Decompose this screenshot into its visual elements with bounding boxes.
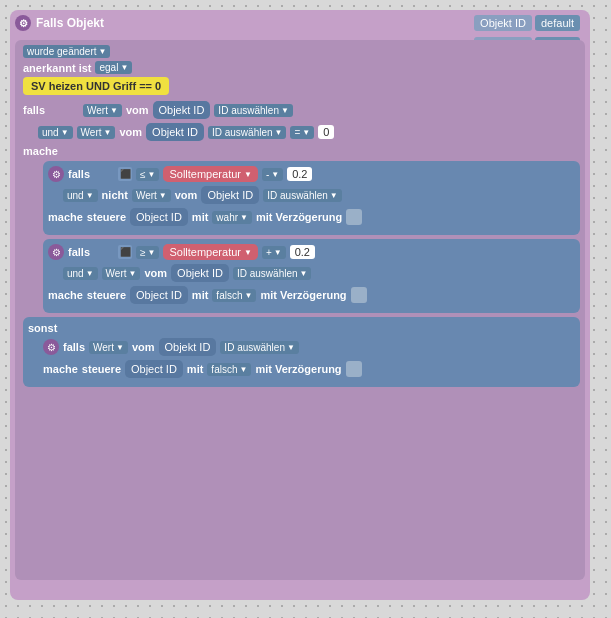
objekt-id-text-3: Objekt ID [207,189,253,201]
wahr-dd[interactable]: wahr [212,211,252,224]
objekt-id-text-4: Objekt ID [177,267,223,279]
wert-dd-3[interactable]: Wert [132,189,171,202]
falls-label-1: falls [23,104,45,116]
wert-dd-4[interactable]: Wert [102,267,141,280]
id-auswaehlen-dd-4[interactable]: ID auswählen [233,267,312,280]
falls-objekt-block: ⚙ Falls Objekt Objekt ID default Objekt … [10,10,590,600]
equals-dd[interactable]: = [290,126,314,139]
sonst-falls-row: ⚙ falls Wert vom Objekt ID ID auswählen [43,338,575,356]
gear-icon-2[interactable]: ⚙ [48,166,64,182]
mache-label-row: mache [23,145,580,157]
inner-mache-label-1: mache [48,211,83,223]
wert-dd-5[interactable]: Wert [89,341,128,354]
vom-label-5: vom [132,341,155,353]
und-row-1: und Wert vom Objekt ID ID auswählen = 0 [38,123,580,141]
plus-dd[interactable]: + [262,246,286,259]
anerkannt-label: anerkannt ist [23,62,91,74]
falls-row-1: falls Wert vom Objekt ID ID auswählen [23,101,580,119]
anerkannt-row: anerkannt ist egal [23,61,580,74]
steuere-label-3: steuere [82,363,121,375]
inner-falls-label-2: falls [68,246,90,258]
zero-value[interactable]: 0 [318,125,334,139]
objekt-id-value-1[interactable]: default [535,15,580,31]
id-auswaehlen-dd-2[interactable]: ID auswählen [208,126,287,139]
vom-label-3: vom [175,189,198,201]
steuere-label-1: steuere [87,211,126,223]
val-02-2[interactable]: 0.2 [290,245,315,259]
mit-label-3: mit [187,363,204,375]
verzoegerung-toggle-1[interactable] [346,209,362,225]
verzoegerung-toggle-3[interactable] [346,361,362,377]
und-nicht-row: und nicht Wert vom Objekt ID ID auswähle… [63,186,575,204]
inner-mache-row-2: mache steuere Object ID mit falsch mit V… [48,286,575,304]
und-dd-3[interactable]: und [63,267,98,280]
inner-falls-label-1: falls [68,168,90,180]
gear-icon-4[interactable]: ⚙ [43,339,59,355]
objekt-id-inline-5: Objekt ID [159,338,217,356]
und-wert-row-2: und Wert vom Objekt ID ID auswählen [63,264,575,282]
objekt-id-inline-2: Objekt ID [146,123,204,141]
nicht-label: nicht [102,189,128,201]
sonst-block: sonst ⚙ falls Wert vom Objekt ID ID ausw… [23,317,580,387]
vom-label-1: vom [126,104,149,116]
inner-mache-label-2: mache [48,289,83,301]
falls-objekt-title: Falls Objekt [36,16,104,30]
mit-verzoegerung-label-2: mit Verzögerung [260,289,346,301]
inner-falls-row-1: ⚙ falls ⬛ ≤ Solltemperatur ▼ - 0.2 [48,166,575,182]
verzoegerung-toggle-2[interactable] [351,287,367,303]
object-id-label-2: Object ID [136,289,182,301]
objekt-id-text-5: Objekt ID [165,341,211,353]
yellow-condition-block: SV heizen UND Griff == 0 [23,77,169,95]
mit-verzoegerung-label-1: mit Verzögerung [256,211,342,223]
sonst-falls-label: falls [63,341,85,353]
mit-verzoegerung-label-3: mit Verzögerung [255,363,341,375]
wurde-dropdown[interactable]: wurde geändert [23,45,110,58]
objekt-id-text-2: Objekt ID [152,126,198,138]
gear-icon[interactable]: ⚙ [15,15,31,31]
canvas: ⚙ Falls Objekt Objekt ID default Objekt … [0,0,611,618]
falsch-dd-2[interactable]: falsch [207,363,251,376]
le-dd[interactable]: ≤ [136,168,159,181]
objekt-id-inline-4: Objekt ID [171,264,229,282]
nested-falls-2: ⚙ falls ⬛ ≥ Solltemperatur ▼ + 0.2 und W… [43,239,580,313]
wert-dd-2[interactable]: Wert [77,126,116,139]
mit-label-2: mit [192,289,209,301]
und-dd-2[interactable]: und [63,189,98,202]
ge-dd[interactable]: ≥ [136,246,159,259]
sonst-header-row: sonst [28,322,575,334]
object-id-steuere-2: Object ID [130,286,188,304]
objekt-id-label-1: Objekt ID [474,15,532,31]
solltemperatur-dd-2[interactable]: Solltemperatur ▼ [163,244,257,260]
gear-icon-3[interactable]: ⚙ [48,244,64,260]
falsch-dd-1[interactable]: falsch [212,289,256,302]
inner-falls-row-2: ⚙ falls ⬛ ≥ Solltemperatur ▼ + 0.2 [48,244,575,260]
object-id-label-1: Object ID [136,211,182,223]
id-auswaehlen-dd-5[interactable]: ID auswählen [220,341,299,354]
id-auswaehlen-dd-3[interactable]: ID auswählen [263,189,342,202]
vom-label-4: vom [144,267,167,279]
connector-1: ⬛ [118,167,132,181]
object-id-steuere-3: Object ID [125,360,183,378]
sonst-mache-label: mache [43,363,78,375]
solltemperatur-dd-1[interactable]: Solltemperatur ▼ [163,166,257,182]
object-id-steuere-1: Object ID [130,208,188,226]
mache-label-1: mache [23,145,58,157]
content-area: wurde geändert anerkannt ist egal SV hei… [15,40,585,580]
minus-dd[interactable]: - [262,168,283,181]
connector-2: ⬛ [118,245,132,259]
mit-label-1: mit [192,211,209,223]
und-dd-1[interactable]: und [38,126,73,139]
falls-objekt-header: ⚙ Falls Objekt [15,15,104,31]
wurde-row: wurde geändert [23,45,580,58]
wert-dd-1[interactable]: Wert [83,104,122,117]
sonst-label: sonst [28,322,57,334]
objekt-id-row-1: Objekt ID default [474,15,580,31]
objekt-id-text-1: Objekt ID [159,104,205,116]
steuere-label-2: steuere [87,289,126,301]
objekt-id-inline-1: Objekt ID [153,101,211,119]
val-02-1[interactable]: 0.2 [287,167,312,181]
sonst-mache-row: mache steuere Object ID mit falsch mit V… [43,360,575,378]
object-id-label-3: Object ID [131,363,177,375]
egal-dropdown[interactable]: egal [95,61,132,74]
id-auswaehlen-dd-1[interactable]: ID auswählen [214,104,293,117]
